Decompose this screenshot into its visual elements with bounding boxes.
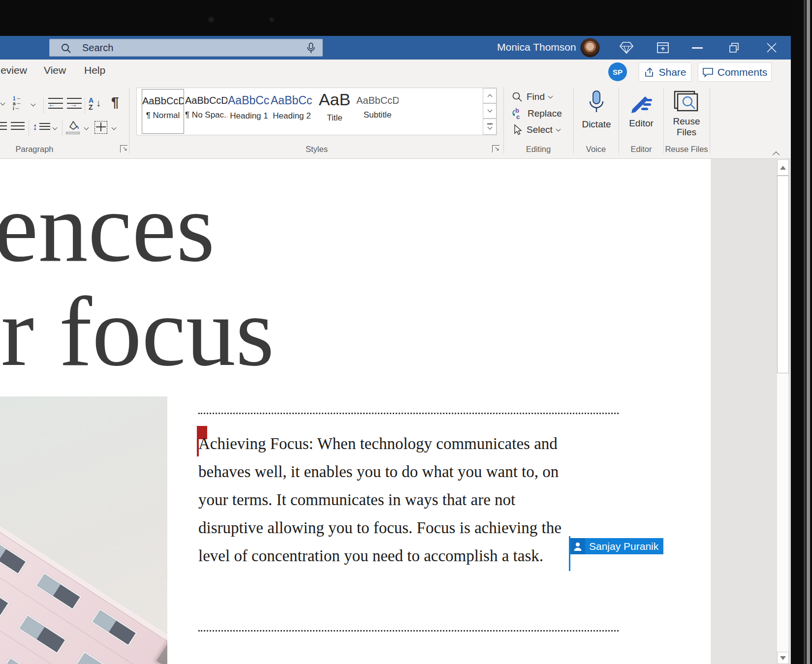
style-label: ¶ No Spac... xyxy=(185,110,227,120)
premium-diamond-icon[interactable] xyxy=(619,41,634,54)
dictate-label: Dictate xyxy=(575,119,618,130)
tab-review[interactable]: Review xyxy=(0,64,27,76)
scrollbar-down-button[interactable] xyxy=(777,652,789,664)
find-button[interactable]: Find xyxy=(512,91,552,102)
style-item-heading2[interactable]: AaBbCcDd Heading 2 xyxy=(271,89,313,134)
line-spacing-chevron-icon xyxy=(53,125,58,130)
body-line: disruptive allowing you to focus. Focus … xyxy=(198,514,562,542)
dictate-icon xyxy=(587,90,606,117)
select-chevron-icon xyxy=(556,126,561,131)
replace-label: Replace xyxy=(528,108,562,119)
vertical-scrollbar[interactable] xyxy=(777,159,788,664)
gallery-scroll-down-button[interactable] xyxy=(483,103,497,119)
reuse-files-icon xyxy=(673,90,700,114)
svg-text:c: c xyxy=(516,113,520,120)
line-spacing-icon[interactable]: ↕ xyxy=(32,121,51,134)
close-button[interactable] xyxy=(765,41,778,54)
editor-label: Editor xyxy=(621,118,662,129)
minimize-button[interactable] xyxy=(692,47,703,49)
replace-icon: b c xyxy=(511,107,524,120)
heading-line-2: r focus xyxy=(1,279,274,384)
style-label: Subtitle xyxy=(356,110,399,120)
dictate-button[interactable]: Dictate xyxy=(575,89,618,136)
collapse-ribbon-button[interactable] xyxy=(773,151,780,158)
gallery-more-button[interactable] xyxy=(483,119,497,135)
sort-icon[interactable]: A Z ↓ xyxy=(89,96,106,111)
tab-help[interactable]: Help xyxy=(84,64,105,76)
collaborator-flag: Sanjay Puranik xyxy=(570,538,663,554)
body-line: behaves well, it enables you to do what … xyxy=(198,458,562,486)
style-sample: AaBbCcDd xyxy=(185,95,227,106)
shading-chevron-icon xyxy=(84,125,89,130)
presence-badge[interactable]: SP xyxy=(608,62,627,81)
select-label: Select xyxy=(527,124,553,135)
search-input[interactable]: Search xyxy=(49,39,323,57)
comments-button[interactable]: Comments xyxy=(698,62,772,82)
gallery-scroll-up-button[interactable] xyxy=(483,88,497,103)
document-area: ences r focus xyxy=(0,159,791,664)
style-label: ¶ Normal xyxy=(142,111,184,121)
collaborator-name: Sanjay Puranik xyxy=(585,541,663,552)
scrollbar-thumb[interactable] xyxy=(777,176,789,373)
find-label: Find xyxy=(527,91,545,102)
tab-view[interactable]: View xyxy=(44,64,66,76)
voice-group-label: Voice xyxy=(573,145,619,154)
borders-icon[interactable] xyxy=(94,121,107,134)
decrease-indent-icon[interactable]: ← xyxy=(48,98,63,111)
comments-icon xyxy=(702,67,714,78)
replace-button[interactable]: b c Replace xyxy=(511,107,562,120)
reuse-files-label-line1: Reuse xyxy=(665,116,708,127)
style-item-heading1[interactable]: AaBbCcDd Heading 1 xyxy=(228,89,270,134)
building-facade xyxy=(0,519,167,664)
select-button[interactable]: Select xyxy=(512,124,560,136)
editor-button[interactable]: Editor xyxy=(621,89,662,136)
dotted-divider-bottom xyxy=(198,630,619,632)
paragraph-dialog-launcher[interactable]: ↘ xyxy=(120,145,127,152)
editing-group-label: Editing xyxy=(503,145,573,154)
search-icon xyxy=(61,43,71,54)
increase-indent-icon[interactable]: → xyxy=(67,98,82,111)
account-name[interactable]: Monica Thomson xyxy=(497,41,576,53)
justify-icon[interactable] xyxy=(11,122,25,133)
find-icon xyxy=(512,91,523,102)
styles-dialog-launcher[interactable]: ↘ xyxy=(492,145,500,152)
avatar[interactable] xyxy=(580,38,600,58)
align-right-icon[interactable] xyxy=(0,122,7,133)
ribbon-tab-row: Review View Help SP Share Comments xyxy=(0,60,791,85)
scrollbar-up-button[interactable] xyxy=(777,159,789,176)
style-item-subtitle[interactable]: AaBbCcD Subtitle xyxy=(356,89,399,134)
device-edge-shadow xyxy=(804,0,806,664)
word-window: Search Monica Thomson xyxy=(0,36,791,664)
title-bar: Search Monica Thomson xyxy=(0,36,791,60)
restore-button[interactable] xyxy=(728,42,740,54)
ribbon-display-options-icon[interactable] xyxy=(656,42,669,54)
dotted-divider-top xyxy=(198,413,619,414)
document-page[interactable]: ences r focus xyxy=(0,159,711,664)
find-chevron-icon xyxy=(548,93,553,98)
pilcrow-icon[interactable]: ¶ xyxy=(111,94,119,110)
comments-label: Comments xyxy=(718,66,768,78)
mic-icon[interactable] xyxy=(307,42,315,55)
reuse-files-button[interactable]: Reuse Files xyxy=(665,90,708,144)
shading-icon[interactable] xyxy=(66,120,83,135)
select-icon xyxy=(512,124,523,136)
editor-group-label: Editor xyxy=(619,145,664,154)
device-bezel-top xyxy=(0,0,812,36)
style-sample: AaBbCcDd xyxy=(228,94,270,107)
style-item-normal[interactable]: AaBbCcDd ¶ Normal xyxy=(142,89,184,134)
multilevel-list-icon[interactable]: 1 ─a ─i ─ xyxy=(13,96,30,111)
style-label: Heading 1 xyxy=(228,111,270,121)
building-photo[interactable] xyxy=(0,396,167,664)
device-edge-highlight xyxy=(807,0,810,664)
body-paragraph[interactable]: Achieving Focus: When technology communi… xyxy=(198,430,562,570)
style-item-no-spacing[interactable]: AaBbCcDd ¶ No Spac... xyxy=(185,89,227,134)
paragraph-group-label: Paragraph xyxy=(0,145,69,154)
share-button[interactable]: Share xyxy=(639,62,691,82)
style-item-title[interactable]: AaB Title xyxy=(313,89,356,134)
style-label: Title xyxy=(313,113,356,123)
person-icon xyxy=(570,538,585,554)
heading-line-1: ences xyxy=(0,175,274,279)
ribbon: 1 ─a ─i ─ ← → A Z ↓ ¶ xyxy=(0,85,791,159)
camera-dot-icon xyxy=(208,17,214,23)
numbering-dropdown-icon[interactable] xyxy=(0,101,5,106)
